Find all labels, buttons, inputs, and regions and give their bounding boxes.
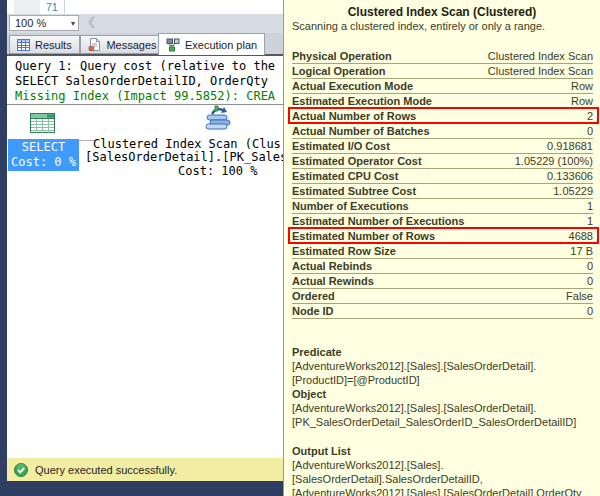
select-node-cost: Cost: 0 % <box>8 155 79 170</box>
scroll-left-icon[interactable]: ❮ <box>87 15 96 28</box>
query-text-line: Query 1: Query cost (relative to the <box>15 59 275 74</box>
property-row: Number of Executions1 <box>292 199 593 214</box>
property-label: Estimated I/O Cost <box>292 139 390 153</box>
tab-label: Execution plan <box>185 39 257 51</box>
property-value: 0 <box>587 274 593 288</box>
tab-execution-plan[interactable]: Execution plan <box>158 33 265 55</box>
window-left-edge <box>0 0 7 496</box>
property-label: Node ID <box>292 304 334 318</box>
query-text-line: Missing Index (Impact 99.5852): CREA <box>15 89 275 104</box>
property-label: Actual Rewinds <box>292 274 374 288</box>
property-row: Estimated CPU Cost0.133606 <box>292 169 593 184</box>
property-row: Actual Execution ModeRow <box>292 79 593 94</box>
section-line: [AdventureWorks2012].[Sales].[SalesOrder… <box>292 401 594 415</box>
property-row: Estimated I/O Cost0.918681 <box>292 139 593 154</box>
property-value: 1 <box>587 214 593 228</box>
zoom-level-value: 100 % <box>15 17 46 29</box>
results-grid-icon <box>17 39 30 51</box>
success-check-icon <box>14 463 28 477</box>
section-line: [AdventureWorks2012].[Sales].[SalesOrder… <box>292 486 594 496</box>
property-value: 0.918681 <box>547 139 593 153</box>
highlight-box <box>288 107 599 124</box>
property-row: OrderedFalse <box>292 289 593 304</box>
property-value: 0 <box>587 304 593 318</box>
property-value: 0 <box>587 259 593 273</box>
property-value: Clustered Index Scan <box>488 49 593 63</box>
tooltip-sections: Predicate[AdventureWorks2012].[Sales].[S… <box>292 345 594 496</box>
section-line: [SalesOrderDetail].SalesOrderDetailID, <box>292 472 594 486</box>
indent-guide <box>64 0 65 14</box>
scan-node-object: [SalesOrderDetail].[PK_Sales <box>85 150 287 164</box>
property-value: False <box>566 289 593 303</box>
property-label: Estimated Number of Executions <box>292 214 464 228</box>
property-label: Ordered <box>292 289 335 303</box>
highlight-box <box>288 227 599 244</box>
section-title: Output List <box>292 444 594 458</box>
status-message: Query executed successfully. <box>35 464 177 476</box>
property-row: Physical OperationClustered Index Scan <box>292 49 593 64</box>
property-label: Actual Rebinds <box>292 259 372 273</box>
property-value: 0.133606 <box>547 169 593 183</box>
query-text-line: SELECT SalesOrderDetailID, OrderQty <box>15 74 275 89</box>
property-row: Logical OperationClustered Index Scan <box>292 64 593 79</box>
tooltip-title: Clustered Index Scan (Clustered) <box>284 5 600 19</box>
property-value: 1.05229 <box>553 184 593 198</box>
property-row: Estimated Operator Cost1.05229 (100%) <box>292 154 593 169</box>
property-label: Estimated Row Size <box>292 244 396 258</box>
section-line: [ProductID]=[@ProductID] <box>292 373 594 387</box>
property-value: 1 <box>587 199 593 213</box>
property-label: Estimated Execution Mode <box>292 94 432 108</box>
scan-node-cost: Cost: 100 % <box>178 164 257 178</box>
scan-node-title: Clustered Index Scan (Clus <box>93 137 281 151</box>
section-title: Predicate <box>292 345 594 359</box>
tab-messages[interactable]: Messages <box>80 35 164 54</box>
operator-tooltip: Clustered Index Scan (Clustered) Scannin… <box>283 0 600 496</box>
property-row: Actual Rewinds0 <box>292 274 593 289</box>
property-value: Clustered Index Scan <box>488 64 593 78</box>
property-label: Logical Operation <box>292 64 386 78</box>
clustered-index-scan-icon[interactable] <box>203 105 233 135</box>
tab-results[interactable]: Results <box>9 35 80 54</box>
property-row: Estimated Subtree Cost1.05229 <box>292 184 593 199</box>
section-line: [AdventureWorks2012].[Sales]. <box>292 458 594 472</box>
chevron-down-icon: ▾ <box>71 16 75 31</box>
section-title: Object <box>292 387 594 401</box>
property-row: Estimated Row Size17 B <box>292 244 593 259</box>
property-row: Actual Number of Rows2 <box>292 109 593 124</box>
property-value: Row <box>571 79 593 93</box>
select-node[interactable]: SELECT Cost: 0 % <box>8 139 79 171</box>
property-label: Estimated Subtree Cost <box>292 184 416 198</box>
tooltip-property-table: Physical OperationClustered Index ScanLo… <box>292 49 593 319</box>
section-line: [PK_SalesOrderDetail_SalesOrderID_SalesO… <box>292 415 594 429</box>
messages-icon <box>88 38 101 51</box>
property-label: Estimated CPU Cost <box>292 169 398 183</box>
property-row: Actual Rebinds0 <box>292 259 593 274</box>
result-grid-icon <box>29 112 56 138</box>
property-row: Node ID0 <box>292 304 593 319</box>
tooltip-section-output-list: Output List[AdventureWorks2012].[Sales].… <box>292 444 594 496</box>
execution-plan-icon <box>166 38 180 52</box>
query-cost-text: Query 1: Query cost (relative to theSELE… <box>15 59 275 104</box>
property-row: Estimated Number of Rows4688 <box>292 229 593 244</box>
tooltip-section-predicate: Predicate[AdventureWorks2012].[Sales].[S… <box>292 345 594 387</box>
property-label: Actual Number of Batches <box>292 124 430 138</box>
query-status-bar: Query executed successfully. <box>7 458 283 481</box>
property-label: Actual Execution Mode <box>292 79 413 93</box>
property-label: Number of Executions <box>292 199 409 213</box>
tooltip-section-object: Object[AdventureWorks2012].[Sales].[Sale… <box>292 387 594 429</box>
tab-label: Messages <box>106 39 156 51</box>
zoom-level-select[interactable]: 100 % ▾ <box>9 15 79 31</box>
section-line: [AdventureWorks2012].[Sales].[SalesOrder… <box>292 359 594 373</box>
tab-label: Results <box>35 39 72 51</box>
property-value: 0 <box>587 124 593 138</box>
property-value: 17 B <box>570 244 593 258</box>
property-label: Physical Operation <box>292 49 392 63</box>
editor-line-number: 71 <box>40 0 58 14</box>
select-node-title: SELECT <box>8 140 79 155</box>
property-value: Row <box>571 94 593 108</box>
ssms-window: 71 100 % ▾ ❮ ResultsMessagesExecution pl… <box>0 0 600 496</box>
editor-gutter <box>14 0 40 14</box>
tooltip-subtitle: Scanning a clustered index, entirely or … <box>292 20 594 32</box>
property-value: 1.05229 (100%) <box>515 154 593 168</box>
property-row: Actual Number of Batches0 <box>292 124 593 139</box>
